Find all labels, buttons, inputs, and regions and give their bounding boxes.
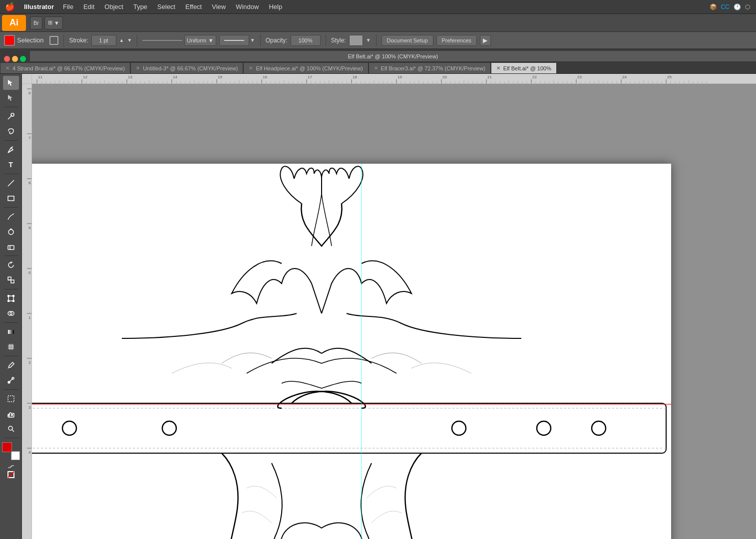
eyedropper-tool-button[interactable]: [3, 358, 19, 372]
svg-text:22: 22: [532, 75, 537, 79]
svg-text:11: 11: [38, 75, 42, 79]
ruler-top: // Will be drawn via JS after 1112131415…: [32, 74, 756, 84]
selection-tool-button[interactable]: [3, 76, 19, 90]
svg-text:2: 2: [28, 360, 31, 365]
eraser-tool-button[interactable]: [3, 240, 19, 254]
canvas[interactable]: [32, 84, 756, 539]
swap-colors-button[interactable]: [4, 463, 18, 470]
zoom-tool-button[interactable]: [3, 422, 19, 436]
menu-help[interactable]: Help: [264, 3, 287, 10]
svg-point-30: [8, 426, 12, 430]
color-selector[interactable]: [2, 442, 20, 460]
divider-1: [63, 34, 64, 46]
tab-untitled[interactable]: ✕ Untitled-3* @ 66.67% (CMYK/Preview): [130, 62, 243, 73]
menu-effect[interactable]: Effect: [180, 3, 207, 10]
style-label: Style:: [331, 37, 346, 44]
tab-close-headpiece[interactable]: ✕: [249, 65, 253, 71]
menu-object[interactable]: Object: [99, 3, 128, 10]
rectangle-tool-button[interactable]: [3, 191, 19, 205]
svg-rect-4: [8, 196, 14, 201]
svg-rect-6: [8, 246, 14, 250]
apple-menu[interactable]: 🍎: [0, 2, 20, 11]
stroke-color-box[interactable]: [11, 451, 20, 460]
line-tool-button[interactable]: [3, 176, 19, 190]
svg-point-223: [537, 421, 551, 435]
shape-builder-button[interactable]: [3, 306, 19, 320]
pencil-tool-button[interactable]: [3, 210, 19, 224]
tab-close-strand[interactable]: ✕: [5, 65, 9, 71]
tab-bracer[interactable]: ✕ Elf Bracer3.ai* @ 72.37% (CMYK/Preview…: [369, 62, 491, 73]
tab-belt[interactable]: ✕ Elf Belt.ai* @ 100%: [491, 62, 557, 73]
window-minimize-button[interactable]: [12, 56, 18, 62]
stroke-type-dropdown[interactable]: Uniform ▼: [184, 35, 216, 46]
tool-divider-4: [4, 207, 18, 208]
tab-headpiece[interactable]: ✕ Elf Headpiece.ai* @ 100% (CMYK/Preview…: [243, 62, 368, 73]
tab-close-untitled[interactable]: ✕: [136, 65, 140, 71]
none-color-button[interactable]: [4, 471, 18, 478]
workspace-button[interactable]: ⊞ ▼: [44, 16, 63, 29]
stroke-options-preview[interactable]: [219, 35, 249, 46]
tool-divider-6: [4, 289, 18, 289]
menu-edit[interactable]: Edit: [78, 3, 99, 10]
stroke-up-arrow[interactable]: ▲: [119, 37, 124, 43]
selection-toolbar: Selection Stroke: ▲ ▼ Uniform ▼ ▼ Opacit…: [0, 32, 756, 49]
artboard-tool-button[interactable]: [3, 392, 19, 406]
style-arrow[interactable]: ▼: [366, 37, 371, 43]
svg-text:20: 20: [442, 75, 447, 79]
window-maximize-button[interactable]: [20, 56, 26, 62]
menu-window[interactable]: Window: [231, 3, 264, 10]
document-setup-button[interactable]: Document Setup: [381, 35, 433, 46]
svg-rect-8: [8, 277, 11, 280]
blob-brush-tool-button[interactable]: [3, 225, 19, 239]
workspace-icon: ⊞: [48, 19, 52, 26]
menu-type[interactable]: Type: [128, 3, 152, 10]
svg-point-222: [452, 421, 466, 435]
stroke-options-arrow[interactable]: ▼: [250, 37, 255, 43]
tab-close-belt[interactable]: ✕: [496, 65, 500, 71]
pen-tool-button[interactable]: [3, 143, 19, 157]
free-transform-button[interactable]: [3, 291, 19, 305]
lasso-tool-button[interactable]: [3, 124, 19, 138]
artwork-svg: [32, 164, 671, 539]
fill-color-box[interactable]: [2, 442, 12, 452]
tab-label-bracer: Elf Bracer3.ai* @ 72.37% (CMYK/Preview): [381, 65, 485, 71]
canvas-area[interactable]: // Will be drawn via JS after 1112131415…: [22, 74, 756, 539]
hand-tool-button[interactable]: [3, 407, 19, 421]
dropbox-icon[interactable]: 📦: [710, 3, 717, 10]
svg-rect-34: [32, 74, 756, 83]
mesh-tool-button[interactable]: [3, 340, 19, 354]
bridge-button[interactable]: Br: [30, 16, 42, 29]
menu-file[interactable]: File: [58, 3, 78, 10]
blend-tool-button[interactable]: [3, 373, 19, 387]
svg-text:13: 13: [128, 75, 132, 79]
creative-cloud-icon[interactable]: CC: [721, 3, 730, 10]
style-preview[interactable]: [349, 35, 363, 46]
svg-line-28: [9, 378, 13, 382]
direct-selection-tool-button[interactable]: [3, 91, 19, 105]
svg-text:12: 12: [83, 75, 87, 79]
fill-color[interactable]: [4, 35, 15, 46]
type-tool-button[interactable]: T: [3, 158, 19, 172]
preferences-button[interactable]: Preferences: [436, 35, 477, 46]
tab-strand-braid[interactable]: ✕ 4 Strand Braid.ai* @ 66.67% (CMYK/Prev…: [0, 62, 130, 73]
opacity-input[interactable]: [291, 35, 321, 46]
tab-close-bracer[interactable]: ✕: [374, 65, 378, 71]
svg-text:19: 19: [397, 75, 402, 79]
scale-tool-button[interactable]: [3, 273, 19, 287]
stroke-down-arrow[interactable]: ▼: [127, 37, 132, 43]
window-close-button[interactable]: [4, 56, 10, 62]
stroke-color[interactable]: [49, 36, 58, 45]
rotate-tool-button[interactable]: [3, 258, 19, 272]
svg-point-220: [62, 421, 76, 435]
stroke-weight-input[interactable]: [91, 35, 116, 46]
svg-line-33: [8, 472, 14, 478]
menu-view[interactable]: View: [207, 3, 231, 10]
menu-select[interactable]: Select: [152, 3, 180, 10]
toolbar-options-button[interactable]: ▶: [480, 35, 491, 46]
window-title-bar: Elf Belt.ai* @ 100% (CMYK/Preview): [30, 51, 756, 62]
svg-text:0: 0: [28, 270, 31, 275]
svg-point-13: [12, 295, 14, 297]
gradient-tool-button[interactable]: [3, 325, 19, 339]
bluetooth-icon[interactable]: ⬡: [745, 3, 750, 10]
magic-wand-tool-button[interactable]: [3, 109, 19, 123]
